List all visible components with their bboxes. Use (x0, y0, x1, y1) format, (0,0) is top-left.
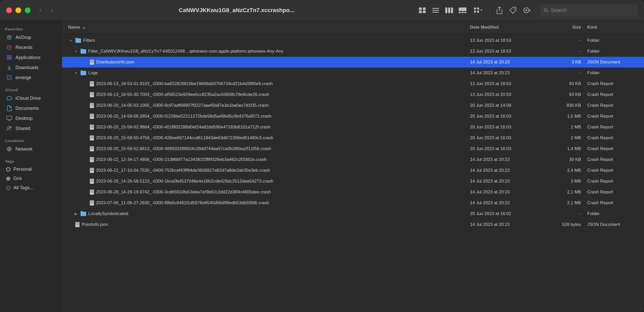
view-more-button[interactable] (470, 4, 486, 16)
forward-button[interactable]: › (47, 6, 57, 15)
sidebar-item-airdrop[interactable]: AirDrop (2, 32, 60, 42)
view-column-button[interactable] (443, 4, 455, 16)
file-kind: Crash Report (581, 81, 638, 86)
table-row[interactable]: ▾ 2023-06-20_15-58-50.4758_-0300-428ee68… (62, 133, 644, 143)
file-kind: Crash Report (581, 200, 638, 206)
table-row[interactable]: ▾ DistributionInfo.json 14 Jul 2023 at 2… (62, 57, 644, 68)
sidebar-item-recents[interactable]: Recents (2, 43, 60, 52)
file-kind: Crash Report (581, 114, 638, 119)
sidebar-item-shared[interactable]: Shared (2, 124, 60, 133)
doc-icon (90, 157, 94, 162)
table-row[interactable]: ▾ 2023-06-28_14-29-19.9742_-0300-3cdb561… (62, 187, 644, 198)
sidebar: Favorites AirDrop (0, 21, 62, 312)
col-name-header[interactable]: Name ▲ (68, 25, 470, 30)
file-kind: Crash Report (581, 168, 638, 173)
col-size-header[interactable]: Size (542, 25, 581, 30)
airdrop-icon (6, 34, 12, 40)
file-name-cell: ▾ PointInfo.json (68, 222, 470, 227)
svg-rect-30 (7, 58, 9, 60)
svg-rect-15 (477, 7, 479, 10)
sidebar-item-documents[interactable]: Documents (2, 103, 60, 113)
table-row[interactable]: ▾ 2023-06-13_18-55-30.7003_-0300-af58523… (62, 89, 644, 100)
col-date-header[interactable]: Date Modified (470, 25, 542, 30)
search-box[interactable] (540, 4, 638, 16)
table-row[interactable]: ▾ Filters 13 Jun 2023 at 18:53 -- Folder (62, 35, 644, 46)
svg-rect-28 (7, 55, 9, 57)
table-row[interactable]: ▾ 2023-06-13_18-53-01.9103_-0300-ba83282… (62, 78, 644, 89)
sidebar-item-applications[interactable]: Applications (2, 53, 60, 62)
all-tags-label: All Tags... (13, 185, 34, 191)
action-button[interactable] (520, 4, 532, 16)
sort-arrow: ▲ (82, 25, 86, 29)
sidebar-item-personal[interactable]: Personal (2, 165, 60, 174)
disclosure-icon: ▾ (73, 70, 78, 76)
sidebar-item-desktop[interactable]: Desktop (2, 113, 60, 123)
disclosure-icon: ▾ (73, 49, 78, 54)
file-date: 20 Jun 2023 at 16:03 (470, 114, 542, 119)
sidebar-item-network[interactable]: Network (2, 144, 60, 154)
doc-icon (75, 222, 79, 227)
file-date: 13 Jun 2023 at 18:53 (470, 49, 542, 54)
file-kind: JSON Document (581, 60, 638, 65)
locations-label: Locations (0, 135, 62, 144)
table-row[interactable]: ▾ 2023-06-20_14-59-06.2854_-0300-f1226be… (62, 111, 644, 122)
svg-rect-12 (462, 12, 464, 13)
sidebar-item-icloud-drive[interactable]: iCloud Drive (2, 93, 60, 103)
sidebar-item-downloads[interactable]: Downloads (2, 63, 60, 72)
sidebar-item-all-tags[interactable]: All Tags... (2, 183, 60, 192)
table-row[interactable]: ▾ 2023-06-20_14-05-03.1065_-0300-8c97adf… (62, 100, 644, 111)
file-size: 93 KB (542, 81, 581, 86)
file-size: 3 MB (542, 179, 581, 184)
file-kind: Folder (581, 70, 638, 76)
close-button[interactable] (6, 7, 12, 13)
tag-button[interactable] (507, 4, 519, 16)
svg-rect-33 (7, 76, 11, 80)
file-header: Name ▲ Date Modified Size Kind (62, 21, 644, 34)
file-list: ▾ Filters 13 Jun 2023 at 18:53 -- Folder… (62, 34, 644, 312)
share-button[interactable] (494, 4, 505, 16)
svg-rect-34 (7, 116, 12, 120)
table-row[interactable]: ▾ 2023-06-22_12-34-17.4856_-0300-21386bf… (62, 154, 644, 165)
table-row[interactable]: ▾ 2023-07-06_11-06-27.2630_-0300-f9fe6c8… (62, 198, 644, 208)
file-size: 2,1 MB (542, 200, 581, 206)
table-row[interactable]: ▾ 2023-06-22_17-10-04.7530_-0400-752bcef… (62, 165, 644, 176)
table-row[interactable]: ▶ LocallySymbolicated 20 Jun 2023 at 16:… (62, 208, 644, 219)
table-row[interactable]: ▾ 2023-06-20_15-59-52.8613_-0300-4899332… (62, 143, 644, 154)
sidebar-item-gris[interactable]: Gris (2, 174, 60, 183)
doc-icon (90, 103, 94, 108)
view-list-button[interactable] (430, 4, 442, 16)
table-row[interactable]: ▾ Filter_CaNWVJKKwu1G8_aNzCzTn7-64501249… (62, 46, 644, 57)
table-row[interactable]: ▾ 2023-06-20_15-58-02.9664_-0300-401f802… (62, 122, 644, 133)
disclosure-icon: ▾ (68, 38, 73, 43)
doc-icon (90, 125, 94, 130)
sidebar-item-emerge[interactable]: emerge (2, 73, 60, 83)
path-title: CaNWVJKKwu1G8_aNzCzTn7.xccrashpo... (62, 7, 411, 14)
file-date: 20 Jun 2023 at 14:08 (470, 103, 542, 108)
file-kind: Crash Report (581, 146, 638, 151)
file-date: 13 Jun 2023 at 18:53 (470, 81, 542, 86)
view-gallery-button[interactable] (457, 4, 468, 16)
icloud-drive-icon (6, 95, 12, 101)
search-input[interactable] (551, 7, 634, 13)
svg-point-37 (7, 127, 10, 129)
svg-point-26 (9, 37, 10, 38)
minimize-button[interactable] (15, 7, 21, 13)
view-grid-button[interactable] (416, 4, 428, 16)
favorites-label: Favorites (0, 24, 62, 32)
file-size: 30 KB (542, 157, 581, 162)
desktop-label: Desktop (15, 116, 33, 121)
file-size: -- (542, 38, 581, 43)
file-kind: Crash Report (581, 125, 638, 130)
table-row[interactable]: ▾ Logs 14 Jul 2023 at 20:23 -- Folder (62, 68, 644, 78)
back-button[interactable]: ‹ (36, 6, 45, 15)
doc-icon (90, 92, 94, 97)
divider (490, 6, 490, 15)
emerge-icon (6, 75, 12, 81)
col-kind-header[interactable]: Kind (581, 25, 638, 30)
maximize-button[interactable] (25, 7, 30, 13)
table-row[interactable]: ▾ PointInfo.json 14 Jul 2023 at 20:23 52… (62, 219, 644, 230)
table-row[interactable]: ▾ 2023-06-28_14-26-58.5123_-0300-1bce0b4… (62, 176, 644, 187)
svg-point-23 (544, 9, 547, 11)
file-name-cell: ▾ 2023-06-20_14-59-06.2854_-0300-f1226be… (83, 114, 470, 119)
file-name-cell: ▾ DistributionInfo.json (83, 60, 470, 65)
